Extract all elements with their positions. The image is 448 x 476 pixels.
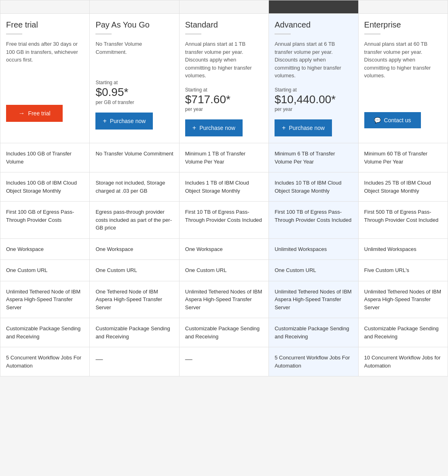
- price-period-standard: per year: [185, 106, 263, 112]
- feature-cell-1-1: Storage not included, Storage charged at…: [90, 172, 179, 202]
- feature-cell-0-1: No Transfer Volume Commitment: [90, 143, 179, 172]
- feature-cell-5-0: Unlimited Tethered Node of IBM Aspera Hi…: [0, 281, 90, 318]
- feature-cell-2-2: First 10 TB of Egress Pass-Through Provi…: [179, 202, 268, 239]
- pricing-table: Free trialFree trial ends after 30 days …: [0, 0, 448, 376]
- plus-icon: +: [192, 124, 196, 132]
- feature-cell-2-1: Egress pass-through provider costs inclu…: [90, 202, 179, 239]
- feature-cell-1-4: Includes 25 TB of IBM Cloud Object Stora…: [358, 172, 448, 202]
- feature-cell-2-4: First 500 TB of Egress Pass-Through Prov…: [358, 202, 448, 239]
- price-amount-pay-as-you-go: $0.95*: [95, 86, 173, 99]
- feature-cell-1-3: Includes 10 TB of IBM Cloud Object Stora…: [269, 172, 358, 202]
- contact-label: Contact us: [384, 117, 411, 123]
- plan-cell-standard: StandardAnnual plans start at 1 TB trans…: [179, 14, 268, 143]
- purchase-button-standard[interactable]: +Purchase now: [185, 119, 243, 136]
- empty-header-2: [90, 0, 179, 14]
- plan-name-advanced: Advanced: [275, 20, 352, 30]
- empty-header-3: [179, 0, 268, 14]
- empty-header-4: [358, 0, 448, 14]
- price-amount-advanced: $10,440.00*: [275, 94, 352, 106]
- plan-cell-advanced: AdvancedAnnual plans start at 6 TB trans…: [269, 14, 358, 143]
- feature-cell-7-4: 10 Concurrent Workflow Jobs for Automati…: [358, 347, 448, 376]
- feature-cell-6-4: Customizable Package Sending and Receivi…: [358, 318, 448, 347]
- purchase-button-pay-as-you-go[interactable]: +Purchase now: [95, 113, 153, 130]
- plan-cell-pay-as-you-go: Pay As You GoNo Transfer Volume Commitme…: [90, 14, 179, 143]
- feature-cell-5-2: Unlimited Tethered Nodes of IBM Aspera H…: [179, 281, 268, 318]
- feature-cell-4-0: One Custom URL: [0, 260, 90, 281]
- plan-description-advanced: Annual plans start at 6 TB transfer volu…: [275, 40, 352, 80]
- feature-cell-3-4: Unlimited Workspaces: [358, 238, 448, 260]
- feature-cell-5-1: One Tethered Node of IBM Aspera High-Spe…: [90, 281, 179, 318]
- plan-description-free-trial: Free trial ends after 30 days or 100 GB …: [6, 40, 84, 72]
- plan-name-pay-as-you-go: Pay As You Go: [95, 20, 173, 30]
- plus-icon: +: [282, 124, 285, 132]
- feature-row-0: Includes 100 GB of Transfer VolumeNo Tra…: [0, 143, 448, 172]
- feature-row-5: Unlimited Tethered Node of IBM Aspera Hi…: [0, 281, 448, 318]
- free-trial-label: Free trial: [28, 110, 50, 117]
- plan-divider-enterprise: [364, 34, 380, 34]
- plan-cell-free-trial: Free trialFree trial ends after 30 days …: [0, 14, 90, 143]
- feature-cell-6-1: Customizable Package Sending and Receivi…: [90, 318, 179, 347]
- feature-cell-4-4: Five Custom URL's: [358, 260, 448, 281]
- plan-header-row: Free trialFree trial ends after 30 days …: [0, 14, 448, 143]
- not-available-dash: —: [95, 355, 103, 363]
- feature-cell-4-1: One Custom URL: [90, 260, 179, 281]
- plan-divider-free-trial: [6, 34, 22, 34]
- price-period-pay-as-you-go: per GB of transfer: [95, 100, 173, 105]
- feature-cell-3-3: Unlimited Workspaces: [269, 238, 358, 260]
- price-period-advanced: per year: [275, 106, 352, 112]
- feature-cell-0-2: Minimum 1 TB of Transfer Volume Per Year: [179, 143, 268, 172]
- price-label-standard: Starting at: [185, 87, 263, 93]
- feature-cell-0-0: Includes 100 GB of Transfer Volume: [0, 143, 90, 172]
- feature-row-4: One Custom URLOne Custom URLOne Custom U…: [0, 260, 448, 281]
- plan-name-standard: Standard: [185, 20, 263, 30]
- plan-cell-enterprise: EnterpriseAnnual plans start at 60 TB tr…: [358, 14, 448, 143]
- purchase-label: Purchase now: [289, 125, 325, 131]
- feature-cell-4-2: One Custom URL: [179, 260, 268, 281]
- price-label-pay-as-you-go: Starting at: [95, 80, 173, 85]
- feature-cell-6-2: Customizable Package Sending and Receivi…: [179, 318, 268, 347]
- feature-cell-7-1: —: [90, 347, 179, 376]
- feature-cell-1-2: Includes 1 TB of IBM Cloud Object Storag…: [179, 172, 268, 202]
- feature-cell-6-3: Customizable Package Sending and Receivi…: [269, 318, 358, 347]
- price-label-advanced: Starting at: [275, 87, 352, 93]
- chat-icon: 💬: [374, 117, 381, 123]
- feature-cell-0-3: Minimum 6 TB of Transfer Volume Per Year: [269, 143, 358, 172]
- feature-cell-7-0: 5 Concurrent Workflow Jobs For Automatio…: [0, 347, 90, 376]
- feature-cell-3-2: One Workspace: [179, 238, 268, 260]
- feature-cell-2-3: First 100 TB of Egress Pass-Through Prov…: [269, 202, 358, 239]
- feature-cell-4-3: One Custom URL: [269, 260, 358, 281]
- purchase-label: Purchase now: [199, 125, 235, 131]
- feature-cell-7-3: 5 Concurrent Workflow Jobs For Automatio…: [269, 347, 358, 376]
- feature-row-6: Customizable Package Sending and Receivi…: [0, 318, 448, 347]
- contact-button-enterprise[interactable]: 💬Contact us: [364, 112, 421, 128]
- not-available-dash: —: [185, 355, 192, 363]
- feature-row-7: 5 Concurrent Workflow Jobs For Automatio…: [0, 347, 448, 376]
- plan-name-free-trial: Free trial: [6, 20, 84, 30]
- feature-cell-0-4: Minimum 60 TB of Transfer Volume Per Yea…: [358, 143, 448, 172]
- feature-row-3: One WorkspaceOne WorkspaceOne WorkspaceU…: [0, 238, 448, 260]
- purchase-button-advanced[interactable]: +Purchase now: [275, 119, 332, 136]
- feature-cell-3-1: One Workspace: [90, 238, 179, 260]
- plan-description-pay-as-you-go: No Transfer Volume Commitment.: [95, 40, 173, 72]
- feature-cell-1-0: Includes 100 GB of IBM Cloud Object Stor…: [0, 172, 90, 202]
- feature-cell-7-2: —: [179, 347, 268, 376]
- feature-row-2: First 100 GB of Egress Pass-Through Prov…: [0, 202, 448, 239]
- arrow-icon: →: [18, 110, 25, 117]
- free-button-free-trial[interactable]: →Free trial: [6, 105, 63, 122]
- feature-cell-5-4: Unlimited Tethered Nodes of IBM Aspera H…: [358, 281, 448, 318]
- plus-icon: +: [103, 117, 106, 125]
- empty-header-1: [0, 0, 90, 14]
- purchase-label: Purchase now: [110, 118, 146, 124]
- feature-cell-5-3: Unlimited Tethered Nodes of IBM Aspera H…: [269, 281, 358, 318]
- plan-name-enterprise: Enterprise: [364, 20, 442, 30]
- plan-divider-standard: [185, 34, 201, 34]
- plan-description-standard: Annual plans start at 1 TB transfer volu…: [185, 40, 263, 80]
- most-popular-label: [269, 0, 358, 14]
- feature-cell-3-0: One Workspace: [0, 238, 90, 260]
- plan-divider-pay-as-you-go: [95, 34, 112, 34]
- feature-cell-6-0: Customizable Package Sending and Receivi…: [0, 318, 90, 347]
- plan-divider-advanced: [275, 34, 291, 34]
- feature-cell-2-0: First 100 GB of Egress Pass-Through Prov…: [0, 202, 90, 239]
- feature-row-1: Includes 100 GB of IBM Cloud Object Stor…: [0, 172, 448, 202]
- price-amount-standard: $717.60*: [185, 94, 263, 106]
